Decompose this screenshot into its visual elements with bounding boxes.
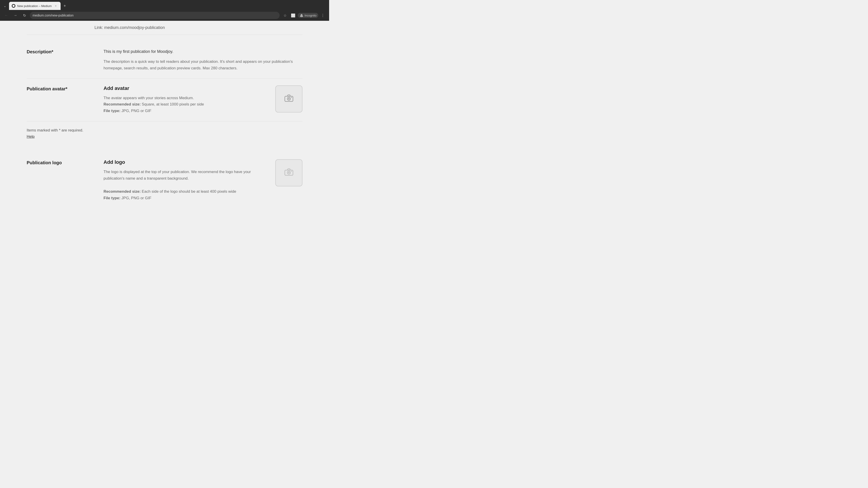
incognito-label: Incognito [305,14,316,17]
layout-button[interactable]: ⬜ [289,12,297,19]
camera-icon [284,94,293,104]
active-tab[interactable]: New publication – Medium × [9,2,61,10]
page-content: Link: medium.com/moodjoy-publication Des… [0,21,329,217]
avatar-recommended-bold: Recommended size: [103,102,141,106]
avatar-upload-info: Add avatar The avatar appears with your … [103,86,266,115]
favicon-inner [12,5,15,7]
description-helper: The description is a quick way to tell r… [103,59,303,72]
description-content: This is my first publication for Moodjoy… [103,48,303,72]
avatar-filetype-bold: File type: [103,109,121,113]
avatar-recommended-text: Square, at least 1000 pixels per side [141,102,204,106]
tab-title: New publication – Medium [17,4,52,8]
address-bar-row: ← → ↻ medium.com/new-publication ☆ ⬜ [0,10,329,21]
logo-description: The logo is displayed at the top of your… [103,169,266,201]
new-tab-button[interactable]: + [61,3,68,9]
logo-upload-info: Add logo The logo is displayed at the to… [103,159,266,201]
link-label-empty [27,27,94,28]
tab-close-button[interactable]: × [53,4,58,8]
forward-icon: → [13,13,17,18]
incognito-badge[interactable]: Incognito [298,13,318,18]
avatar-upload-box[interactable] [275,86,303,112]
back-icon: ← [4,13,8,18]
logo-filetype-bold: File type: [103,196,121,200]
logo-label: Publication logo [27,159,94,201]
form-container: Link: medium.com/moodjoy-publication Des… [18,21,311,217]
avatar-title: Add avatar [103,86,266,91]
help-link[interactable]: Help [27,134,303,139]
svg-point-10 [291,171,292,172]
tab-favicon [12,4,16,8]
refresh-button[interactable]: ↻ [21,12,28,19]
items-marked-text: Items marked with * are required. [27,128,303,133]
logo-recommended-text: Each side of the logo should be at least… [141,189,236,194]
tab-bar: ⌄ New publication – Medium × + [0,0,329,10]
more-icon: ⋮ [321,13,324,18]
logo-desc-line1: The logo is displayed at the top of your… [103,170,251,181]
logo-title: Add logo [103,159,266,165]
description-label: Description* [27,48,94,72]
forward-button[interactable]: → [12,12,19,19]
svg-point-5 [288,98,289,99]
more-button[interactable]: ⋮ [319,12,327,19]
bookmark-button[interactable]: ☆ [281,12,289,19]
description-value[interactable]: This is my first publication for Moodjoy… [103,48,303,55]
avatar-description: The avatar appears with your stories acr… [103,95,266,115]
avatar-row: Publication avatar* Add avatar The avata… [27,78,303,122]
avatar-filetype-text: JPG, PNG or GIF [121,109,151,113]
refresh-icon: ↻ [23,13,26,18]
logo-upload-box[interactable] [275,159,303,186]
back-button[interactable]: ← [3,12,10,19]
tab-list-icon: ⌄ [4,4,6,8]
svg-rect-2 [301,15,303,16]
logo-camera-icon [284,168,293,177]
avatar-content: Add avatar The avatar appears with your … [103,86,303,115]
bookmark-icon: ☆ [283,13,287,18]
layout-icon: ⬜ [291,13,296,18]
logo-row: Publication logo Add logo The logo is di… [27,153,303,208]
logo-content: Add logo The logo is displayed at the to… [103,159,303,201]
incognito-icon [300,13,304,18]
avatar-upload-area: Add avatar The avatar appears with your … [103,86,303,115]
address-text: medium.com/new-publication [33,13,277,17]
tab-list-button[interactable]: ⌄ [2,3,8,9]
items-note: Items marked with * are required. Help [27,128,303,139]
toolbar-right: ☆ ⬜ Incognito ⋮ [281,12,327,19]
svg-point-6 [291,97,292,98]
logo-filetype-text: JPG, PNG or GIF [121,196,151,200]
logo-upload-area: Add logo The logo is displayed at the to… [103,159,303,201]
link-row: Link: medium.com/moodjoy-publication [27,25,303,35]
description-row: Description* This is my first publicatio… [27,41,303,78]
avatar-label: Publication avatar* [27,86,94,115]
browser-chrome: ⌄ New publication – Medium × + ← → ↻ med… [0,0,329,21]
address-bar[interactable]: medium.com/new-publication [30,12,280,19]
items-note-section: Items marked with * are required. Help [27,121,303,139]
spacing-section [27,139,303,153]
avatar-desc-line1: The avatar appears with your stories acr… [103,96,194,100]
link-value: Link: medium.com/moodjoy-publication [94,25,165,30]
svg-point-9 [288,172,289,173]
logo-recommended-bold: Recommended size: [103,189,141,194]
